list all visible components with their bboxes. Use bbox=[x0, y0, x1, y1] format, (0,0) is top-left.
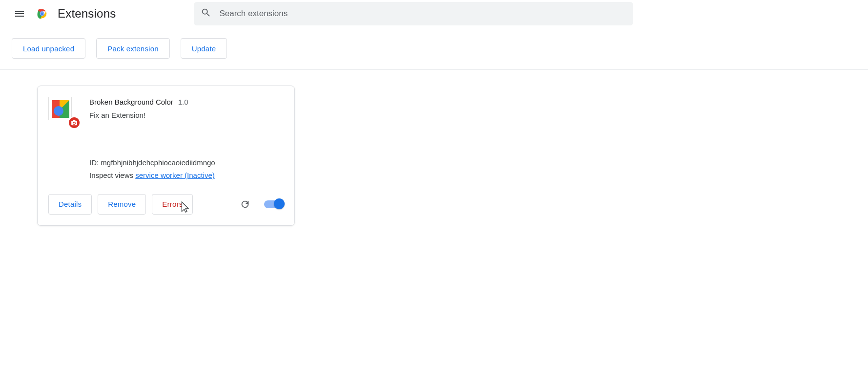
dev-toolbar: Load unpacked Pack extension Update bbox=[0, 27, 868, 70]
extension-description: Fix an Extension! bbox=[89, 111, 284, 119]
search-field[interactable] bbox=[194, 2, 633, 25]
extension-id: mgfbhjnibhjdehcphiocaoiediidmngo bbox=[101, 158, 215, 167]
main-menu-button[interactable] bbox=[8, 2, 31, 25]
details-button[interactable]: Details bbox=[48, 194, 92, 215]
pack-extension-button[interactable]: Pack extension bbox=[96, 38, 170, 59]
extension-icon bbox=[48, 97, 78, 126]
menu-icon bbox=[14, 8, 25, 20]
svg-point-8 bbox=[73, 122, 75, 124]
load-unpacked-button[interactable]: Load unpacked bbox=[12, 38, 85, 59]
chrome-logo bbox=[35, 7, 49, 21]
extensions-grid: Broken Background Color 1.0 Fix an Exten… bbox=[0, 70, 868, 241]
header-bar: Extensions bbox=[0, 0, 868, 27]
enable-toggle[interactable] bbox=[264, 200, 284, 208]
extension-id-label: ID: bbox=[89, 158, 99, 167]
reload-button[interactable] bbox=[240, 199, 250, 210]
svg-point-3 bbox=[41, 12, 43, 15]
service-worker-link[interactable]: service worker (Inactive) bbox=[135, 171, 215, 179]
update-button[interactable]: Update bbox=[181, 38, 227, 59]
inspect-views-row: Inspect views service worker (Inactive) bbox=[89, 169, 284, 182]
remove-button[interactable]: Remove bbox=[98, 194, 146, 215]
svg-point-7 bbox=[54, 106, 63, 116]
extension-name: Broken Background Color bbox=[89, 98, 173, 106]
reload-icon bbox=[240, 199, 250, 210]
search-icon bbox=[201, 7, 211, 20]
extension-version: 1.0 bbox=[178, 98, 188, 106]
extension-id-row: ID: mgfbhjnibhjdehcphiocaoiediidmngo bbox=[89, 156, 284, 169]
extension-card: Broken Background Color 1.0 Fix an Exten… bbox=[37, 86, 295, 226]
inspect-label: Inspect views bbox=[89, 171, 133, 179]
search-input[interactable] bbox=[218, 8, 626, 19]
error-badge-icon bbox=[68, 116, 81, 129]
errors-button[interactable]: Errors bbox=[152, 194, 193, 215]
page-title: Extensions bbox=[58, 7, 116, 21]
